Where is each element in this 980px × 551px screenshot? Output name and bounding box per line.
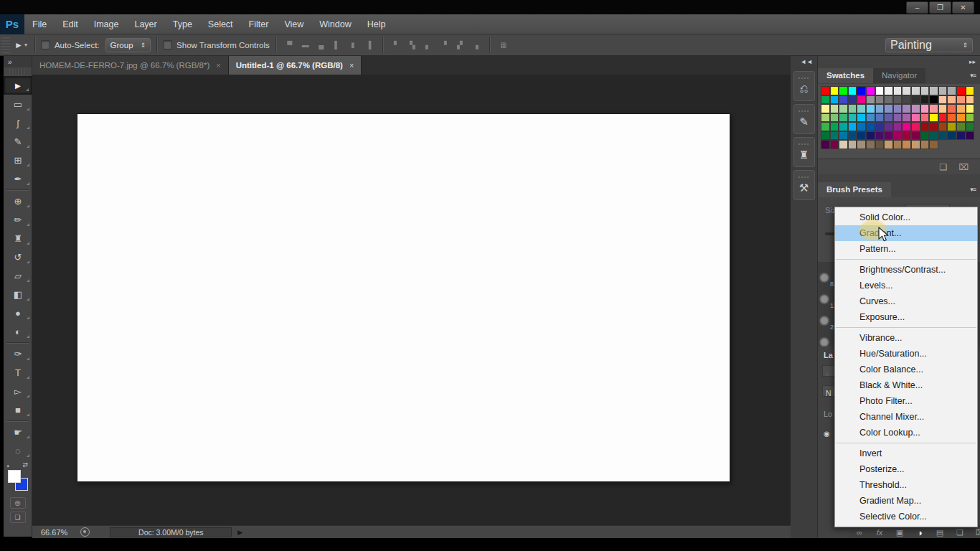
swatch-9[interactable] bbox=[902, 86, 911, 95]
swatch-50[interactable] bbox=[966, 104, 975, 113]
swatch-18[interactable] bbox=[830, 95, 839, 105]
menu-item-threshold[interactable]: Threshold... bbox=[835, 477, 977, 493]
swatch-29[interactable] bbox=[929, 95, 938, 105]
swatch-57[interactable] bbox=[875, 113, 885, 123]
swatch-35[interactable] bbox=[830, 104, 839, 113]
distribute-vertical-centers-icon[interactable]: ▚ bbox=[405, 41, 420, 49]
tab-navigator[interactable]: Navigator bbox=[873, 68, 925, 83]
distribute-right-edges-icon[interactable]: ▗ bbox=[468, 41, 484, 49]
menu-edit[interactable]: Edit bbox=[55, 14, 86, 34]
menu-item-hue-saturation[interactable]: Hue/Saturation... bbox=[835, 346, 977, 362]
swatch-6[interactable] bbox=[875, 86, 885, 95]
swatch-55[interactable] bbox=[857, 113, 866, 123]
menu-select[interactable]: Select bbox=[200, 14, 241, 34]
delete-swatch-icon[interactable]: ⌧ bbox=[958, 162, 969, 172]
swatch-111[interactable] bbox=[902, 140, 911, 149]
swatch-74[interactable] bbox=[875, 122, 885, 131]
swatch-24[interactable] bbox=[884, 95, 893, 105]
swatch-82[interactable] bbox=[947, 122, 956, 131]
menu-item-invert[interactable]: Invert bbox=[835, 446, 977, 461]
move-tool-preset-icon[interactable]: ► bbox=[14, 40, 23, 50]
swatch-33[interactable] bbox=[966, 95, 975, 105]
menu-item-black-white[interactable]: Black & White... bbox=[835, 377, 977, 393]
swatch-99[interactable] bbox=[947, 131, 956, 141]
swatch-59[interactable] bbox=[893, 113, 903, 123]
add-layer-mask-icon[interactable]: ▣ bbox=[890, 528, 910, 537]
menu-item-photo-filter[interactable]: Photo Filter... bbox=[835, 393, 977, 409]
swatch-69[interactable] bbox=[830, 122, 839, 131]
swap-colors-icon[interactable]: ⇄ bbox=[22, 461, 28, 468]
distribute-bottom-edges-icon[interactable]: ▖ bbox=[420, 41, 436, 49]
distribute-horizontal-centers-icon[interactable]: ▞ bbox=[452, 41, 468, 49]
expand-panels-icon[interactable]: ◄◄ bbox=[791, 56, 817, 68]
history-panel-icon[interactable]: ⎌ bbox=[793, 71, 815, 101]
panel-menu-icon[interactable]: ▾≡ bbox=[970, 72, 976, 79]
swatch-56[interactable] bbox=[866, 113, 875, 123]
menu-item-brightness-contrast[interactable]: Brightness/Contrast... bbox=[835, 262, 977, 278]
swatch-92[interactable] bbox=[884, 131, 893, 141]
eyedropper-tool[interactable]: ✒ bbox=[4, 169, 32, 188]
status-circle-icon[interactable] bbox=[80, 527, 90, 537]
tab-close-icon[interactable]: × bbox=[349, 61, 354, 70]
clone-source-panel-icon[interactable]: ♜ bbox=[793, 137, 815, 167]
swatch-73[interactable] bbox=[866, 122, 875, 131]
swatch-53[interactable] bbox=[839, 113, 848, 123]
swatch-52[interactable] bbox=[830, 113, 839, 123]
swatch-37[interactable] bbox=[848, 104, 857, 113]
swatch-11[interactable] bbox=[920, 86, 930, 95]
tab-brush-presets[interactable]: Brush Presets bbox=[818, 182, 891, 197]
history-brush-tool[interactable]: ↺ bbox=[4, 248, 32, 266]
swatch-78[interactable] bbox=[911, 122, 920, 131]
swatch-98[interactable] bbox=[938, 131, 948, 141]
swatch-88[interactable] bbox=[848, 131, 857, 141]
zoom-tool[interactable]: ◌ bbox=[4, 441, 32, 460]
status-options-arrow-icon[interactable]: ▶ bbox=[237, 529, 242, 536]
swatch-97[interactable] bbox=[929, 131, 938, 141]
blur-tool[interactable]: ● bbox=[4, 303, 32, 322]
swatch-10[interactable] bbox=[911, 86, 920, 95]
swatch-86[interactable] bbox=[830, 131, 839, 141]
swatch-96[interactable] bbox=[920, 131, 930, 141]
panel-menu-icon[interactable]: ▾≡ bbox=[970, 186, 976, 193]
toolbar-grip[interactable] bbox=[9, 69, 26, 75]
swatch-43[interactable] bbox=[902, 104, 911, 113]
swatch-63[interactable] bbox=[929, 113, 938, 123]
brush-tool[interactable]: ✏ bbox=[4, 210, 32, 229]
swatch-102[interactable] bbox=[821, 140, 830, 149]
swatch-60[interactable] bbox=[902, 113, 911, 123]
show-transform-checkbox[interactable] bbox=[163, 40, 172, 50]
swatch-71[interactable] bbox=[848, 122, 857, 131]
collapse-panels-icon[interactable]: ▸▸ bbox=[969, 58, 976, 65]
new-layer-icon[interactable]: ❏ bbox=[950, 528, 970, 537]
new-swatch-icon[interactable]: ❏ bbox=[939, 162, 947, 172]
swatch-21[interactable] bbox=[857, 95, 866, 105]
swatch-108[interactable] bbox=[875, 140, 885, 149]
swatch-5[interactable] bbox=[866, 86, 875, 95]
brush-panel-icon[interactable]: ✎ bbox=[793, 104, 815, 134]
swatch-15[interactable] bbox=[956, 86, 966, 95]
swatch-90[interactable] bbox=[866, 131, 875, 141]
swatch-30[interactable] bbox=[938, 95, 948, 105]
swatch-94[interactable] bbox=[902, 131, 911, 141]
document-tab-1[interactable]: HOMEM-DE-FERRO-7.jpg @ 66.7% (RGB/8*)× bbox=[32, 56, 229, 75]
swatch-3[interactable] bbox=[848, 86, 857, 95]
align-left-edges-icon[interactable]: ▌ bbox=[329, 41, 345, 49]
shape-tool[interactable]: ■ bbox=[4, 400, 32, 419]
swatch-31[interactable] bbox=[947, 95, 956, 105]
swatch-23[interactable] bbox=[875, 95, 885, 105]
swatch-64[interactable] bbox=[938, 113, 948, 123]
align-top-edges-icon[interactable]: ▀ bbox=[282, 41, 298, 49]
menu-item-color-balance[interactable]: Color Balance... bbox=[835, 362, 977, 377]
restore-button[interactable]: ❐ bbox=[929, 1, 951, 14]
swatch-12[interactable] bbox=[929, 86, 938, 95]
swatch-107[interactable] bbox=[866, 140, 875, 149]
swatch-25[interactable] bbox=[893, 95, 903, 105]
swatch-66[interactable] bbox=[956, 113, 966, 123]
swatch-95[interactable] bbox=[911, 131, 920, 141]
swatch-32[interactable] bbox=[956, 95, 966, 105]
swatch-76[interactable] bbox=[893, 122, 903, 131]
swatch-114[interactable] bbox=[929, 140, 938, 149]
menu-help[interactable]: Help bbox=[359, 14, 394, 34]
swatch-28[interactable] bbox=[920, 95, 930, 105]
tool-preset-caret-icon[interactable]: ▾ bbox=[24, 42, 27, 48]
